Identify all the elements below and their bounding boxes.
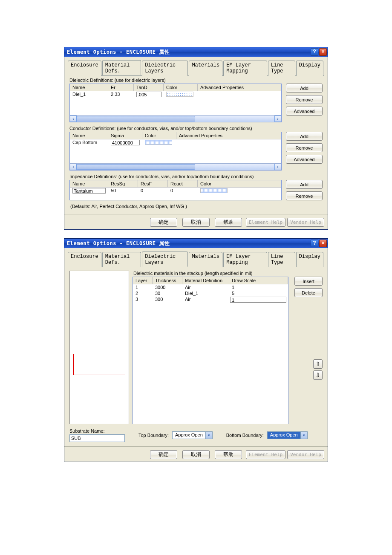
dielectric-table[interactable]: Name Er TanD Color Advanced Properties D… [69, 84, 282, 122]
col-color[interactable]: Color [142, 132, 176, 139]
hscrollbar[interactable]: ‹ › [70, 163, 281, 170]
tab-line-type[interactable]: Line Type [268, 252, 295, 267]
layers-table[interactable]: Layer Thickness Material Definition Draw… [133, 277, 288, 424]
tab-display[interactable]: Display [296, 252, 323, 267]
tab-dielectric-layers[interactable]: Dielectric Layers [142, 251, 188, 267]
cell-scale[interactable]: 1 [229, 284, 288, 290]
col-color[interactable]: Color [198, 180, 281, 187]
top-boundary-combo[interactable]: Approx Open ▾ [172, 431, 213, 439]
cell-er[interactable]: 2.33 [108, 91, 134, 98]
cell-scale-editing[interactable]: 1 [230, 297, 286, 303]
ok-button[interactable]: 确定 [150, 450, 177, 459]
vendor-help-button[interactable]: Vendor Help [287, 450, 324, 459]
col-thickness[interactable]: Thickness [153, 277, 182, 284]
cell-thickness[interactable]: 3000 [153, 284, 182, 290]
remove-button[interactable]: Remove [286, 191, 323, 200]
cell-layer[interactable]: 1 [133, 284, 153, 290]
cell-thickness[interactable]: 300 [153, 296, 182, 303]
col-tand[interactable]: TanD [134, 84, 164, 91]
scroll-right-icon[interactable]: › [274, 116, 281, 122]
insert-button[interactable]: Insert [294, 277, 323, 286]
scroll-right-icon[interactable]: › [274, 164, 281, 170]
impedance-table[interactable]: Name ResSq ResF React Color Tantalum 50 … [69, 180, 282, 200]
help-icon[interactable]: ? [311, 48, 318, 56]
substrate-input[interactable] [69, 434, 125, 442]
tab-material-defs[interactable]: Material Defs. [102, 60, 141, 75]
chevron-down-icon[interactable]: ▾ [205, 432, 212, 439]
tab-materials[interactable]: Materials [189, 252, 222, 267]
tab-display[interactable]: Display [296, 61, 323, 76]
cell-scale[interactable]: 5 [229, 290, 288, 296]
cell-adv[interactable] [198, 91, 281, 98]
cell-color[interactable] [142, 139, 176, 146]
element-help-button[interactable]: Element Help [246, 218, 285, 227]
cell-adv[interactable] [176, 139, 281, 146]
col-layer[interactable]: Layer [133, 277, 153, 284]
add-button[interactable]: Add [286, 132, 323, 141]
help-icon[interactable]: ? [311, 240, 318, 247]
tab-enclosure[interactable]: Enclosure [68, 61, 101, 76]
col-drawscale[interactable]: Draw Scale [229, 277, 288, 284]
advanced-button[interactable]: Advanced [286, 107, 323, 116]
tab-dielectric-layers[interactable]: Dielectric Layers [142, 61, 188, 76]
tab-material-defs[interactable]: Material Defs. [102, 252, 141, 267]
col-name[interactable]: Name [70, 132, 108, 139]
col-color[interactable]: Color [164, 84, 198, 91]
cell-sigma[interactable]: 41000000 [108, 139, 142, 146]
color-swatch-icon[interactable] [200, 188, 228, 193]
titlebar[interactable]: Element Options - ENCLOSURE 属性 ? × [64, 239, 328, 248]
delete-button[interactable]: Delete [294, 288, 323, 297]
cell-material[interactable]: Diel_1 [182, 290, 229, 296]
conductor-table[interactable]: Name Sigma Color Advanced Properties Cap… [69, 132, 282, 171]
table-row[interactable]: Cap Bottom 41000000 [70, 139, 281, 146]
ok-button[interactable]: 确定 [150, 218, 177, 227]
vendor-help-button[interactable]: Vendor Help [287, 218, 324, 227]
add-button[interactable]: Add [286, 84, 323, 92]
cancel-button[interactable]: 取消 [182, 218, 210, 227]
cell-material[interactable]: Air [182, 284, 229, 290]
bottom-boundary-combo[interactable]: Approx Open ▾ [267, 431, 308, 439]
add-button[interactable]: Add [286, 180, 323, 189]
table-row[interactable]: Diel_1 2.33 .005 [70, 91, 281, 98]
cell-layer[interactable]: 3 [133, 296, 153, 303]
cell-name[interactable]: Tantalum [70, 188, 108, 194]
col-name[interactable]: Name [70, 180, 108, 187]
table-row[interactable]: 2 30 Diel_1 5 [133, 290, 288, 296]
col-advanced[interactable]: Advanced Properties [198, 84, 281, 91]
hscrollbar[interactable]: ‹ › [70, 115, 281, 122]
cell-tand[interactable]: .005 [134, 91, 164, 98]
remove-button[interactable]: Remove [286, 143, 323, 152]
cell-color[interactable] [198, 188, 281, 194]
col-advanced[interactable]: Advanced Properties [176, 132, 281, 139]
cell-react[interactable]: 0 [168, 188, 198, 194]
col-react[interactable]: React [168, 180, 198, 187]
table-row[interactable]: 1 3000 Air 1 [133, 284, 288, 290]
cancel-button[interactable]: 取消 [182, 450, 210, 459]
table-row[interactable]: 3 300 Air 1 [133, 296, 288, 303]
cell-name[interactable]: Cap Bottom [70, 139, 108, 146]
col-er[interactable]: Er [108, 84, 134, 91]
tab-materials[interactable]: Materials [189, 61, 222, 76]
col-name[interactable]: Name [70, 84, 108, 91]
tab-em-layer-mapping[interactable]: EM Layer Mapping [223, 252, 267, 267]
col-resf[interactable]: ResF [138, 180, 168, 187]
cell-ressq[interactable]: 50 [108, 188, 138, 194]
chevron-down-icon[interactable]: ▾ [300, 432, 307, 439]
tab-line-type[interactable]: Line Type [268, 61, 295, 76]
tab-em-layer-mapping[interactable]: EM Layer Mapping [223, 61, 267, 76]
cell-name[interactable]: Diel_1 [70, 91, 108, 98]
cell-color[interactable] [164, 91, 198, 98]
cell-thickness[interactable]: 30 [153, 290, 182, 296]
col-sigma[interactable]: Sigma [108, 132, 142, 139]
element-help-button[interactable]: Element Help [246, 450, 285, 459]
scroll-left-icon[interactable]: ‹ [70, 116, 77, 122]
close-icon[interactable]: × [319, 48, 327, 56]
color-swatch-icon[interactable] [166, 92, 193, 97]
help-button[interactable]: 帮助 [215, 450, 242, 459]
tab-enclosure[interactable]: Enclosure [68, 252, 101, 267]
cell-layer[interactable]: 2 [133, 290, 153, 296]
col-ressq[interactable]: ResSq [108, 180, 138, 187]
cell-resf[interactable]: 0 [138, 188, 168, 194]
cell-material[interactable]: Air [182, 296, 229, 303]
move-down-button[interactable]: ⇩ [313, 370, 323, 380]
